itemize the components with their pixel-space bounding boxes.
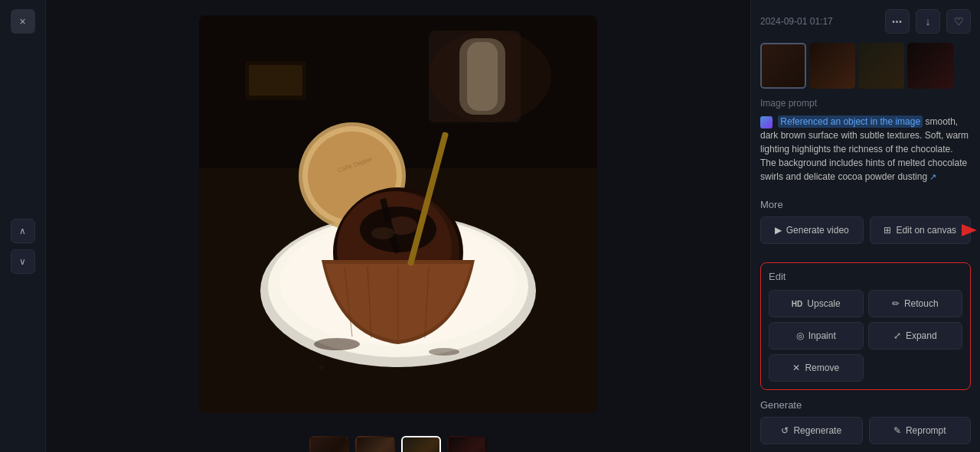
timestamp: 2024-09-01 01:17: [760, 16, 833, 27]
prompt-content: Referenced an object in the image smooth…: [760, 115, 971, 184]
panel-thumbnails: [751, 43, 980, 98]
video-icon: ▶: [775, 225, 782, 236]
svg-point-28: [319, 365, 324, 369]
edit-buttons-grid: HD Upscale ✏ Retouch ◎ Inpaint ⤢ Expand …: [769, 290, 962, 382]
thumbnail-2[interactable]: [355, 436, 395, 452]
edit-on-canvas-label: Edit on canvas: [896, 225, 956, 236]
right-panel: 2024-09-01 01:17 ••• ↓ ♡ Image prompt Re…: [750, 0, 980, 452]
expand-button[interactable]: ⤢ Expand: [868, 322, 963, 350]
image-container: Caffè Dapper: [46, 0, 750, 428]
red-arrow-indicator: [962, 221, 980, 239]
retouch-label: Retouch: [904, 298, 939, 309]
bookmark-button[interactable]: ♡: [946, 9, 971, 34]
panel-thumbnail-3[interactable]: [858, 43, 904, 89]
chevron-down-icon: ∨: [19, 256, 26, 267]
chevron-up-icon: ∧: [19, 226, 26, 236]
svg-point-29: [456, 359, 463, 367]
reprompt-button[interactable]: ✎ Reprompt: [869, 417, 972, 444]
more-section: More ▶ Generate video ⊞ Edit on canvas: [751, 193, 980, 259]
download-icon: ↓: [926, 15, 931, 28]
reprompt-label: Reprompt: [906, 425, 946, 436]
brush-icon: ✏: [892, 298, 900, 309]
thumbnail-4[interactable]: [447, 436, 487, 452]
remove-button[interactable]: ✕ Remove: [769, 354, 864, 382]
svg-point-27: [311, 356, 317, 363]
regenerate-label: Regenerate: [793, 425, 841, 436]
edit-on-canvas-button[interactable]: ⊞ Edit on canvas: [870, 216, 972, 244]
expand-label: Expand: [906, 330, 937, 341]
main-image: Caffè Dapper: [199, 15, 597, 413]
svg-marker-31: [962, 224, 977, 236]
nav-down-button[interactable]: ∨: [11, 249, 35, 274]
bookmark-icon: ♡: [954, 15, 964, 28]
thumbnail-strip: [46, 428, 750, 452]
generate-buttons: ↺ Regenerate ✎ Reprompt: [760, 417, 971, 444]
prompt-highlight: Referenced an object in the image: [778, 115, 923, 128]
remove-label: Remove: [805, 363, 839, 373]
retouch-button[interactable]: ✏ Retouch: [868, 290, 963, 317]
panel-thumbnail-4[interactable]: [907, 43, 953, 89]
inpaint-label: Inpaint: [808, 330, 836, 341]
reprompt-icon: ✎: [893, 425, 901, 436]
top-actions: 2024-09-01 01:17 ••• ↓ ♡: [751, 9, 980, 43]
close-icon: ×: [19, 15, 25, 28]
generate-section-label: Generate: [760, 399, 971, 411]
upscale-label: Upscale: [807, 298, 840, 309]
remove-icon: ✕: [792, 363, 800, 373]
hd-icon: HD: [792, 300, 802, 308]
image-prompt-section: Image prompt Referenced an object in the…: [751, 98, 980, 193]
main-content: Caffè Dapper: [46, 0, 750, 452]
panel-thumbnail-2[interactable]: [809, 43, 855, 89]
image-prompt-label: Image prompt: [760, 98, 971, 109]
thumbnail-3[interactable]: [401, 436, 441, 452]
edit-section-label: Edit: [769, 271, 962, 282]
close-button[interactable]: ×: [11, 9, 35, 34]
generate-section: Generate ↺ Regenerate ✎ Reprompt: [751, 399, 980, 452]
more-label: More: [760, 199, 971, 210]
expand-icon: ⤢: [893, 330, 901, 341]
panel-thumbnail-1[interactable]: [760, 43, 806, 89]
inpaint-button[interactable]: ◎ Inpaint: [769, 322, 864, 350]
upscale-button[interactable]: HD Upscale: [769, 290, 864, 317]
more-action-buttons: ▶ Generate video ⊞ Edit on canvas: [760, 216, 971, 244]
regen-icon: ↺: [781, 425, 789, 436]
thumbnail-1[interactable]: [309, 436, 349, 452]
ellipsis-icon: •••: [892, 18, 903, 26]
prompt-link-icon[interactable]: ↗: [929, 172, 936, 181]
svg-point-25: [314, 338, 360, 350]
prompt-avatar-icon: [760, 116, 773, 128]
edit-section: Edit HD Upscale ✏ Retouch ◎ Inpaint ⤢ Ex…: [760, 262, 971, 390]
ellipsis-button[interactable]: •••: [885, 9, 910, 34]
canvas-icon: ⊞: [884, 225, 891, 236]
generate-video-label: Generate video: [786, 225, 849, 236]
inpaint-icon: ◎: [796, 330, 804, 341]
svg-rect-7: [249, 65, 302, 96]
download-button[interactable]: ↓: [916, 9, 940, 34]
generate-video-button[interactable]: ▶ Generate video: [760, 216, 864, 244]
nav-up-button[interactable]: ∧: [11, 219, 35, 243]
svg-point-26: [429, 348, 459, 356]
edit-on-canvas-container: ⊞ Edit on canvas: [870, 216, 972, 244]
svg-point-30: [371, 227, 394, 239]
regenerate-button[interactable]: ↺ Regenerate: [760, 417, 863, 444]
svg-rect-5: [467, 42, 498, 111]
left-sidebar: × ∧ ∨: [0, 0, 46, 452]
